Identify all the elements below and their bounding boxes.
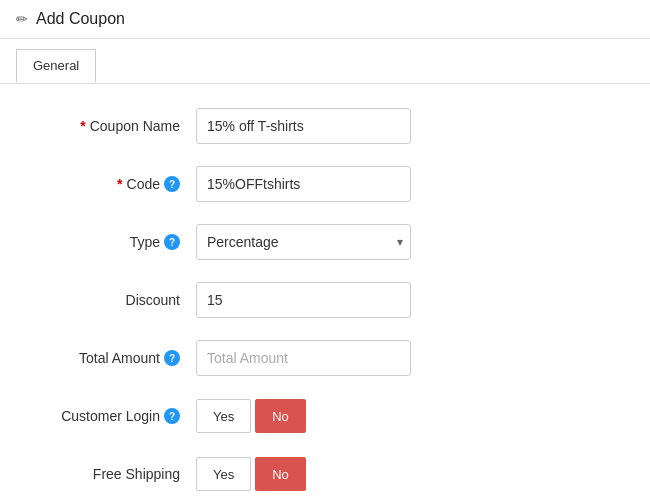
discount-row: Discount [16, 282, 634, 318]
total-amount-help-icon[interactable]: ? [164, 350, 180, 366]
page-header: ✏ Add Coupon [0, 0, 650, 39]
coupon-code-input[interactable] [196, 166, 411, 202]
page-title: Add Coupon [36, 10, 125, 28]
discount-input[interactable] [196, 282, 411, 318]
coupon-code-label: * Code ? [16, 176, 196, 192]
coupon-name-row: * Coupon Name [16, 108, 634, 144]
customer-login-label: Customer Login ? [16, 408, 196, 424]
coupon-name-label: * Coupon Name [16, 118, 196, 134]
coupon-name-input[interactable] [196, 108, 411, 144]
customer-login-no-button[interactable]: No [255, 399, 306, 433]
pencil-icon: ✏ [16, 11, 28, 27]
customer-login-row: Customer Login ? Yes No [16, 398, 634, 434]
tabs-container: General [0, 39, 650, 83]
customer-login-toggle: Yes No [196, 399, 306, 433]
required-indicator: * [117, 176, 122, 192]
total-amount-row: Total Amount ? [16, 340, 634, 376]
required-indicator: * [80, 118, 85, 134]
free-shipping-yes-button[interactable]: Yes [196, 457, 251, 491]
total-amount-input[interactable] [196, 340, 411, 376]
free-shipping-row: Free Shipping Yes No [16, 456, 634, 492]
free-shipping-toggle: Yes No [196, 457, 306, 491]
coupon-code-row: * Code ? [16, 166, 634, 202]
free-shipping-label: Free Shipping [16, 466, 196, 482]
tab-general[interactable]: General [16, 49, 96, 83]
free-shipping-no-button[interactable]: No [255, 457, 306, 491]
type-help-icon[interactable]: ? [164, 234, 180, 250]
customer-login-yes-button[interactable]: Yes [196, 399, 251, 433]
coupon-type-row: Type ? Percentage Fixed ▾ [16, 224, 634, 260]
discount-label: Discount [16, 292, 196, 308]
code-help-icon[interactable]: ? [164, 176, 180, 192]
total-amount-label: Total Amount ? [16, 350, 196, 366]
coupon-type-label: Type ? [16, 234, 196, 250]
form-container: * Coupon Name * Code ? Type ? Percentage… [0, 83, 650, 500]
coupon-type-select[interactable]: Percentage Fixed [196, 224, 411, 260]
customer-login-help-icon[interactable]: ? [164, 408, 180, 424]
type-select-wrapper: Percentage Fixed ▾ [196, 224, 411, 260]
